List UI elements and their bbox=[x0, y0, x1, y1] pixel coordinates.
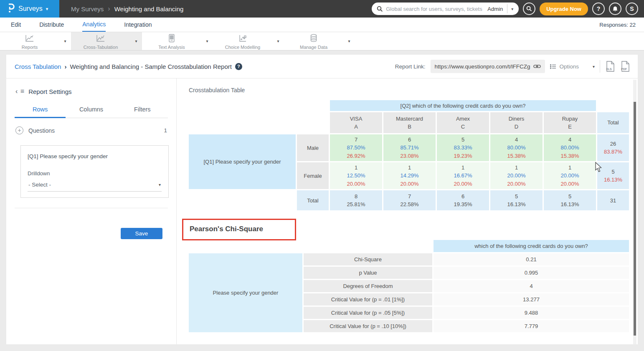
questions-count-badge: 1 bbox=[164, 127, 167, 134]
line-chart-icon bbox=[96, 34, 106, 44]
nav-item-edit[interactable]: Edit bbox=[11, 18, 21, 31]
tab-columns[interactable]: Columns bbox=[66, 103, 117, 118]
chevron-down-icon[interactable]: ▾ bbox=[272, 39, 284, 43]
cell-male-total: 2683.87% bbox=[597, 134, 629, 161]
toolbar-item-text-analysis[interactable]: Text Analysis ▾ bbox=[142, 32, 213, 50]
question-card: [Q1] Please specify your gender Drilldow… bbox=[20, 145, 169, 198]
drilldown-select[interactable]: - Select - ▾ bbox=[28, 177, 162, 192]
column-question-header: [Q2] which of the following credit cards… bbox=[330, 100, 596, 111]
upgrade-now-button[interactable]: Upgrade Now bbox=[540, 3, 588, 15]
cell-female-total: 516.13% bbox=[597, 162, 629, 189]
cell-female-visa: 112.50%20.00% bbox=[330, 162, 382, 189]
line-chart-icon bbox=[25, 34, 35, 44]
header-divider bbox=[600, 60, 600, 73]
nav-item-analytics[interactable]: Analytics bbox=[82, 18, 106, 32]
scrollbar-thumb[interactable] bbox=[634, 102, 636, 336]
pearson-annotation-box: Pearson's Chi-Square bbox=[182, 219, 296, 240]
text-grid-doc-icon bbox=[168, 34, 175, 44]
report-link-url[interactable]: https://www.questionpro.com/t/lFFCZg bbox=[435, 63, 530, 70]
options-list-icon bbox=[550, 64, 556, 69]
crosstab-table: [Q2] which of the following credit cards… bbox=[188, 99, 630, 212]
drilldown-selected-value: - Select - bbox=[28, 182, 159, 188]
chi-column-header: which of the following credit cards do y… bbox=[434, 240, 629, 252]
notifications-button[interactable] bbox=[609, 3, 621, 15]
nav-item-distribute[interactable]: Distribute bbox=[39, 18, 64, 31]
advanced-search-button[interactable] bbox=[523, 3, 535, 15]
questionpro-logo-icon bbox=[7, 3, 15, 15]
settings-tabs: Rows Columns Filters bbox=[15, 103, 168, 118]
crosstab-section-title: Crosstabulation Table bbox=[189, 87, 638, 93]
questions-label: Questions bbox=[28, 127, 55, 134]
chevron-down-icon[interactable]: ▾ bbox=[343, 39, 355, 43]
chevron-down-icon: ▾ bbox=[159, 182, 161, 187]
cell-female-amex: 116.67%20.00% bbox=[437, 162, 489, 189]
bell-icon bbox=[612, 6, 618, 12]
breadcrumb-cross-tabulation-link[interactable]: Cross Tabulation bbox=[15, 63, 61, 70]
tab-filters[interactable]: Filters bbox=[117, 103, 168, 118]
cell-total-mastercard: 722.58% bbox=[383, 190, 436, 210]
cell-total-diners: 516.13% bbox=[490, 190, 543, 210]
chevron-down-icon: ▾ bbox=[46, 6, 48, 12]
options-label: Options bbox=[559, 63, 579, 70]
row-question-cell: [Q1] Please specify your gender bbox=[189, 134, 296, 189]
collapse-panel-icon[interactable]: ‹ ≡ bbox=[15, 88, 25, 95]
search-scope-label: Admin bbox=[485, 6, 507, 12]
options-dropdown[interactable]: Options ▾ bbox=[550, 63, 595, 70]
chevron-down-icon[interactable]: ▾ bbox=[130, 39, 142, 43]
settings-panel-title: Report Settings bbox=[28, 88, 71, 95]
export-pdf-button[interactable]: PDF bbox=[620, 61, 630, 72]
database-icon bbox=[309, 34, 318, 44]
breadcrumb-survey-name: Weighting and Balancing bbox=[114, 5, 184, 13]
breadcrumb-my-surveys[interactable]: My Surveys bbox=[71, 5, 104, 13]
save-button[interactable]: Save bbox=[121, 228, 162, 239]
column-header-mastercard: MastercardB bbox=[383, 112, 436, 133]
search-scope-chevron-icon[interactable]: ▾ bbox=[507, 7, 517, 11]
chi-square-table: which of the following credit cards do y… bbox=[188, 239, 630, 333]
report-link-label: Report Link: bbox=[395, 63, 426, 70]
brand-surveys-menu[interactable]: Surveys ▾ bbox=[0, 0, 59, 18]
toolbar-item-manage-data[interactable]: Manage Data ▾ bbox=[284, 32, 355, 50]
cell-female-mastercard: 114.29%20.00% bbox=[383, 162, 436, 189]
analytics-toolbar: Reports ▾ Cross-Tabulation ▾ Text Analys… bbox=[0, 32, 644, 51]
cell-grand-total: 31 bbox=[597, 190, 629, 210]
column-header-rupay: RupayE bbox=[544, 112, 596, 133]
breadcrumb-separator-icon: › bbox=[108, 5, 110, 13]
nav-item-integration[interactable]: Integration bbox=[124, 18, 152, 31]
search-input[interactable] bbox=[386, 6, 485, 12]
survey-nav: Edit Distribute Analytics Integration Re… bbox=[0, 18, 644, 32]
toolbar-item-choice-modelling[interactable]: Choice Modelling ▾ bbox=[213, 32, 284, 50]
help-button[interactable]: ? bbox=[592, 3, 605, 15]
table-row-male: [Q1] Please specify your gender Male 787… bbox=[189, 134, 629, 161]
row-label-female: Female bbox=[297, 162, 329, 189]
export-xls-button[interactable]: XLS bbox=[605, 61, 615, 72]
scatter-chart-icon bbox=[238, 34, 247, 44]
report-link-box: https://www.questionpro.com/t/lFFCZg bbox=[431, 60, 545, 73]
cell-female-rupay: 120.00%20.00% bbox=[544, 162, 596, 189]
table-row-chi-square: Please specify your gender Chi-Square 0.… bbox=[189, 253, 629, 265]
report-main: Crosstabulation Table [Q2] which of the … bbox=[177, 78, 638, 344]
avatar-initial: S bbox=[630, 5, 634, 12]
column-header-visa: VISAA bbox=[330, 112, 382, 133]
question-mark-icon: ? bbox=[597, 5, 601, 12]
user-avatar[interactable]: S bbox=[626, 3, 638, 15]
link-icon[interactable] bbox=[533, 64, 541, 69]
panel-divider bbox=[15, 208, 168, 208]
tab-rows[interactable]: Rows bbox=[15, 103, 66, 118]
report-card: Cross Tabulation › Weighting and Balanci… bbox=[6, 55, 638, 344]
cell-female-diners: 120.00%20.00% bbox=[490, 162, 543, 189]
toolbar-item-reports[interactable]: Reports ▾ bbox=[0, 32, 71, 50]
column-header-total: Total bbox=[597, 112, 629, 133]
row-label-total: Total bbox=[297, 190, 329, 210]
report-help-icon[interactable]: ? bbox=[235, 63, 242, 70]
chevron-down-icon[interactable]: ▾ bbox=[201, 39, 213, 43]
drilldown-label: Drilldown bbox=[28, 170, 162, 177]
vertical-scrollbar[interactable] bbox=[633, 80, 636, 344]
product-label: Surveys bbox=[18, 5, 43, 13]
toolbar-item-cross-tabulation[interactable]: Cross-Tabulation ▾ bbox=[71, 32, 142, 50]
chevron-down-icon[interactable]: ▾ bbox=[59, 39, 71, 43]
add-question-icon[interactable]: + bbox=[15, 126, 23, 134]
chi-row-header: Please specify your gender bbox=[189, 253, 302, 332]
report-settings-panel: ‹ ≡ Report Settings Rows Columns Filters… bbox=[6, 78, 177, 344]
question-title: [Q1] Please specify your gender bbox=[28, 153, 162, 159]
report-header: Cross Tabulation › Weighting and Balanci… bbox=[6, 55, 638, 78]
